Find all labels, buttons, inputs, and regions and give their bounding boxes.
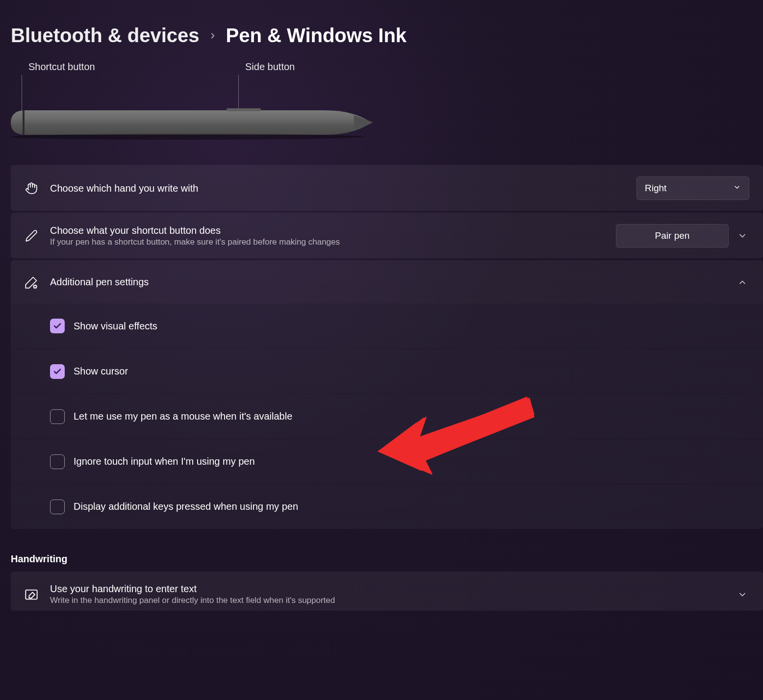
ignore-touch-label: Ignore touch input when I'm using my pen	[74, 456, 255, 467]
additional-settings-list: Show visual effects Show cursor Let me u…	[0, 303, 763, 529]
ignore-touch-row: Ignore touch input when I'm using my pen	[11, 439, 763, 484]
additional-settings-row: Additional pen settings	[11, 260, 763, 303]
pen-icon	[25, 229, 38, 243]
shortcut-button-row: Choose what your shortcut button does If…	[11, 213, 763, 258]
handwriting-icon	[25, 588, 38, 601]
hand-preference-row: Choose which hand you write with Right	[11, 165, 763, 211]
chevron-down-icon	[733, 183, 741, 194]
ignore-touch-checkbox[interactable]	[50, 454, 65, 469]
pen-illustration	[11, 105, 374, 142]
hand-icon	[25, 181, 38, 195]
chevron-right-icon	[208, 31, 217, 40]
show-cursor-label: Show cursor	[74, 366, 128, 377]
handwriting-enter-text-row: Use your handwriting to enter text Write…	[11, 572, 763, 611]
additional-title: Additional pen settings	[50, 276, 724, 288]
show-cursor-checkbox[interactable]	[50, 364, 65, 379]
shortcut-button-label: Shortcut button	[28, 61, 95, 73]
pen-as-mouse-label: Let me use my pen as a mouse when it's a…	[74, 411, 292, 422]
pen-diagram: Shortcut button Side button	[0, 61, 763, 154]
visual-effects-row: Show visual effects	[11, 303, 763, 349]
additional-keys-row: Display additional keys pressed when usi…	[11, 484, 763, 529]
additional-keys-label: Display additional keys pressed when usi…	[74, 501, 298, 512]
hand-dropdown[interactable]: Right	[636, 176, 749, 200]
svg-point-2	[11, 134, 364, 140]
handwriting-sub: Write in the handwriting panel or direct…	[50, 596, 724, 605]
pen-settings-icon	[25, 275, 38, 289]
svg-rect-0	[23, 110, 25, 135]
hand-dropdown-value: Right	[645, 183, 666, 194]
hand-title: Choose which hand you write with	[50, 183, 625, 194]
expand-handwriting-button[interactable]	[736, 590, 749, 600]
shortcut-title: Choose what your shortcut button does	[50, 225, 604, 236]
visual-effects-label: Show visual effects	[74, 321, 157, 332]
pair-pen-button[interactable]: Pair pen	[616, 224, 729, 248]
handwriting-heading: Handwriting	[11, 553, 763, 565]
breadcrumb: Bluetooth & devices Pen & Windows Ink	[0, 25, 763, 47]
show-cursor-row: Show cursor	[11, 349, 763, 394]
svg-point-3	[34, 285, 36, 288]
pen-as-mouse-row: Let me use my pen as a mouse when it's a…	[11, 394, 763, 439]
settings-page: Bluetooth & devices Pen & Windows Ink Sh…	[0, 0, 763, 611]
collapse-additional-button[interactable]	[736, 277, 749, 287]
visual-effects-checkbox[interactable]	[50, 319, 65, 333]
svg-rect-1	[227, 108, 261, 111]
shortcut-sub: If your pen has a shortcut button, make …	[50, 237, 604, 247]
handwriting-title: Use your handwriting to enter text	[50, 583, 724, 595]
page-title: Pen & Windows Ink	[226, 25, 407, 47]
additional-keys-checkbox[interactable]	[50, 500, 65, 514]
expand-shortcut-button[interactable]	[736, 231, 749, 241]
side-button-label: Side button	[245, 61, 295, 73]
pen-as-mouse-checkbox[interactable]	[50, 409, 65, 424]
breadcrumb-parent-link[interactable]: Bluetooth & devices	[11, 25, 200, 47]
